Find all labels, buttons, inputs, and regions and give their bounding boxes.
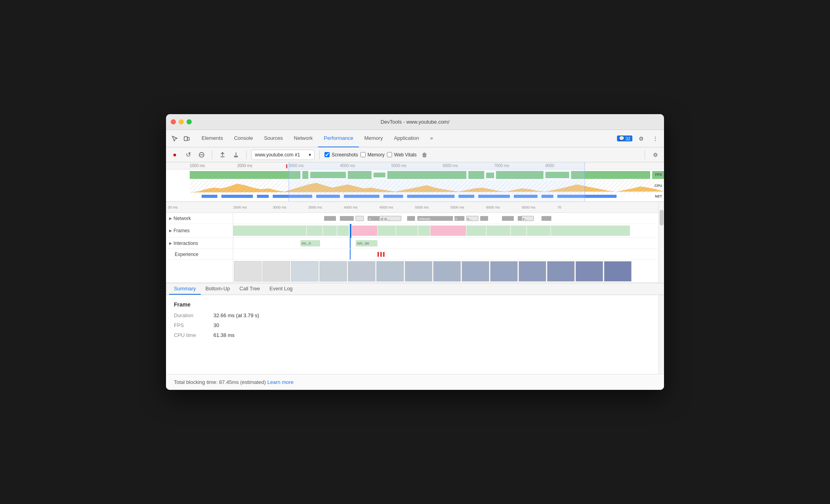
screenshot-thumb[interactable] (490, 261, 518, 282)
svg-text:vi vi...: vi vi... (381, 217, 390, 221)
tab-memory[interactable]: Memory (359, 130, 389, 147)
web-vitals-checkbox-label[interactable]: Web Vitals (387, 152, 417, 158)
learn-more-link[interactable]: Learn more (267, 379, 293, 385)
screenshot-thumb[interactable] (462, 261, 489, 282)
svg-rect-32 (340, 216, 354, 221)
fps-row-value: 30 (213, 322, 219, 328)
fps-row-label: FPS (174, 322, 213, 328)
summary-duration-row: Duration 32.66 ms (at 3.79 s) (174, 312, 651, 318)
close-button[interactable] (171, 119, 176, 124)
network-expand-arrow[interactable]: ▶ (169, 216, 172, 220)
maximize-button[interactable] (187, 119, 192, 124)
svg-rect-33 (356, 216, 364, 221)
download-button[interactable] (230, 149, 241, 160)
screenshot-thumb[interactable] (519, 261, 546, 282)
summary-container: Frame Duration 32.66 ms (at 3.79 s) FPS … (166, 295, 664, 374)
tab-event-log[interactable]: Event Log (265, 283, 298, 295)
cpu-time-label: CPU time (174, 332, 213, 338)
tab-right-controls: 💬 32 ⚙ ⋮ (617, 133, 661, 144)
main-content: 00 ms 2500 ms 3000 ms 3500 ms 4000 ms 45… (166, 202, 664, 390)
duration-label: Duration (174, 312, 213, 318)
select-element-icon[interactable] (169, 133, 180, 144)
tab-network[interactable]: Network (289, 130, 319, 147)
svg-rect-46 (502, 216, 514, 221)
duration-value: 32.66 ms (at 3.79 s) (213, 312, 259, 318)
memory-checkbox[interactable] (360, 152, 366, 157)
tab-elements[interactable]: Elements (196, 130, 228, 147)
svg-rect-57 (378, 226, 396, 236)
network-timeline-row: ▶ Network v... vi vi... (166, 213, 658, 224)
svg-rect-64 (527, 226, 551, 236)
frames-timeline-row: ▶ Frames (166, 224, 658, 238)
svg-rect-71 (350, 249, 351, 260)
screenshots-checkbox[interactable] (324, 152, 330, 157)
screenshot-thumb[interactable] (575, 261, 603, 282)
tab-more[interactable]: » (424, 130, 438, 147)
tab-sources[interactable]: Sources (258, 130, 289, 147)
timeline-scrollbar[interactable] (658, 202, 664, 283)
experience-timeline-row: Experience (166, 249, 658, 260)
screenshot-thumb[interactable] (348, 261, 375, 282)
svg-rect-31 (324, 216, 336, 221)
devtools-window: DevTools - www.youtube.com/ Elements Con… (166, 114, 664, 390)
issues-badge[interactable]: 💬 32 (617, 135, 632, 141)
screenshot-thumb[interactable] (291, 261, 319, 282)
tab-bottom-up[interactable]: Bottom-Up (201, 283, 235, 295)
svg-rect-60 (430, 226, 466, 236)
screenshots-checkbox-label[interactable]: Screenshots (324, 152, 358, 158)
screenshots-strip (233, 260, 658, 283)
scrollbar-thumb[interactable] (660, 210, 664, 226)
screenshot-thumb[interactable] (433, 261, 461, 282)
settings-icon[interactable]: ⚙ (636, 133, 647, 144)
perf-settings-icon[interactable]: ⚙ (650, 149, 661, 160)
tab-application[interactable]: Application (389, 130, 425, 147)
screenshot-thumb[interactable] (547, 261, 575, 282)
svg-rect-38 (407, 216, 415, 221)
timeline-rows-container: 00 ms 2500 ms 3000 ms 3500 ms 4000 ms 45… (166, 202, 664, 283)
screenshot-thumb[interactable] (376, 261, 404, 282)
svg-rect-56 (352, 226, 377, 236)
svg-rect-53 (323, 226, 337, 236)
selection-overlay (289, 162, 585, 201)
tab-summary[interactable]: Summary (169, 283, 201, 295)
cpu-label: CPU (655, 184, 662, 188)
clear-data-button[interactable]: 🗑 (419, 149, 430, 160)
summary-panel: Frame Duration 32.66 ms (at 3.79 s) FPS … (166, 295, 658, 374)
reload-record-button[interactable]: ↺ (183, 149, 194, 160)
url-selector[interactable]: www.youtube.com #1 ▾ (251, 150, 315, 160)
screenshot-thumb[interactable] (262, 261, 290, 282)
titlebar: DevTools - www.youtube.com/ (166, 114, 664, 130)
memory-checkbox-label[interactable]: Memory (360, 152, 385, 158)
devtools-tab-bar: Elements Console Sources Network Perform… (166, 130, 664, 147)
timeline-ruler: 00 ms 2500 ms 3000 ms 3500 ms 4000 ms 45… (166, 202, 658, 213)
screenshot-thumb[interactable] (319, 261, 347, 282)
svg-rect-4 (190, 171, 300, 179)
devtools-icons (169, 133, 192, 144)
screenshot-thumb[interactable] (604, 261, 632, 282)
minimize-button[interactable] (179, 119, 184, 124)
summary-footer: Total blocking time: 87.45ms (estimated)… (166, 374, 664, 390)
net-label: NET (655, 194, 662, 198)
timeline-overview[interactable]: 1000 ms 2000 ms 3000 ms 4000 ms 5000 ms … (166, 162, 664, 202)
svg-rect-45 (480, 216, 488, 221)
frames-expand-arrow[interactable]: ▶ (169, 229, 172, 233)
svg-text:v: v (455, 217, 457, 221)
screenshot-thumb[interactable] (234, 261, 262, 282)
tab-performance[interactable]: Performance (318, 130, 358, 147)
screenshot-thumb[interactable] (405, 261, 432, 282)
clear-recording-button[interactable] (196, 149, 207, 160)
svg-rect-72 (377, 252, 379, 257)
tab-call-tree[interactable]: Call Tree (235, 283, 265, 295)
more-options-icon[interactable]: ⋮ (650, 133, 661, 144)
svg-rect-18 (202, 195, 217, 198)
svg-text:An...n: An...n (302, 241, 311, 245)
interactions-expand-arrow[interactable]: ▶ (169, 241, 172, 245)
interactions-timeline-row: ▶ Interactions An...n Ani...on (166, 238, 658, 249)
svg-rect-74 (383, 252, 385, 257)
web-vitals-checkbox[interactable] (387, 152, 392, 157)
upload-button[interactable] (217, 149, 228, 160)
device-mode-icon[interactable] (181, 133, 192, 144)
tab-console[interactable]: Console (228, 130, 258, 147)
record-button[interactable]: ● (169, 149, 180, 160)
summary-scrollbar[interactable] (658, 295, 664, 374)
